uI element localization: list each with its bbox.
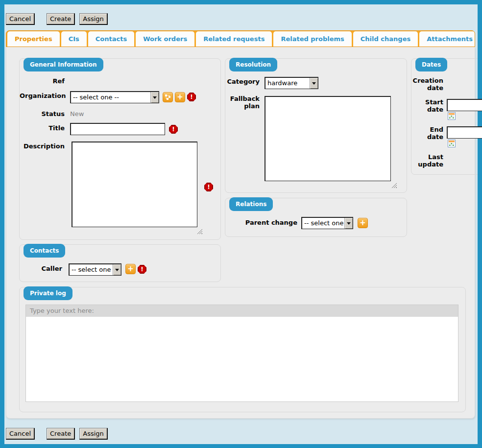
tab-contacts[interactable]: Contacts — [88, 31, 134, 47]
change-creation-form: { "colors": { "frame": "#2193c2", "page_… — [0, 0, 482, 448]
dropdown-arrow-icon[interactable] — [150, 92, 159, 103]
tab-cis[interactable]: CIs — [61, 31, 87, 47]
private-log-section: Private log Type your text here: — [19, 287, 466, 412]
fallback-plan-label: Fallback plan — [225, 95, 260, 110]
window-frame — [0, 0, 4, 448]
organization-select-value: -- select one -- — [71, 92, 150, 103]
status-value: New — [70, 110, 84, 118]
end-date-input[interactable] — [447, 126, 482, 139]
description-textarea[interactable] — [72, 141, 197, 227]
description-resize-grip[interactable] — [197, 229, 202, 234]
ref-label: Ref — [20, 77, 65, 85]
tab-attachments[interactable]: Attachments — [419, 31, 475, 47]
dates-section: Dates Creation date Start date End date — [411, 58, 482, 175]
private-log-input[interactable]: Type your text here: — [25, 305, 458, 402]
parent-change-select[interactable]: -- select one -- — [301, 217, 353, 229]
title-label: Title — [20, 124, 65, 132]
parent-change-select-value: -- select one -- — [302, 218, 344, 229]
tab-related-requests[interactable]: Related requests — [196, 31, 272, 47]
plus-icon: + — [127, 265, 134, 273]
caller-label: Caller — [20, 265, 62, 272]
organization-hierarchy-button[interactable] — [163, 92, 173, 102]
title-input[interactable] — [70, 123, 165, 135]
general-information-section: General Information Ref Organization -- … — [19, 58, 221, 240]
description-error-icon: ! — [204, 183, 213, 191]
creation-date-label: Creation date — [411, 77, 443, 92]
tab-related-problems[interactable]: Related problems — [273, 31, 351, 47]
cancel-button[interactable]: Cancel — [6, 428, 35, 440]
status-label: Status — [20, 110, 65, 118]
tab-bar: Properties CIs Contacts Work orders Rela… — [6, 30, 475, 47]
start-date-label: Start date — [411, 98, 443, 113]
last-update-label: Last update — [411, 153, 443, 168]
resolution-section: Resolution Category hardware Fallback pl… — [225, 58, 407, 193]
category-select-value: hardware — [265, 78, 310, 89]
plus-icon: + — [360, 219, 366, 227]
fallback-plan-resize-grip[interactable] — [391, 183, 397, 188]
dropdown-arrow-icon[interactable] — [344, 218, 353, 229]
start-date-input[interactable] — [447, 99, 482, 111]
description-label: Description — [20, 142, 65, 150]
end-date-calendar-icon[interactable] — [448, 140, 456, 147]
category-select[interactable]: hardware — [265, 77, 318, 89]
tab-work-orders[interactable]: Work orders — [136, 31, 194, 47]
category-label: Category — [225, 78, 260, 85]
parent-change-add-button[interactable]: + — [358, 218, 368, 228]
caller-error-icon: ! — [138, 265, 146, 274]
organization-error-icon: ! — [187, 93, 196, 101]
parent-change-label: Parent change — [225, 219, 297, 226]
assign-button[interactable]: Assign — [79, 13, 108, 25]
window-frame — [0, 0, 482, 4]
organization-label: Organization — [20, 92, 65, 99]
organization-add-button[interactable]: + — [175, 92, 185, 102]
private-log-placeholder[interactable]: Type your text here: — [26, 305, 458, 317]
resolution-legend: Resolution — [229, 58, 277, 71]
dropdown-arrow-icon[interactable] — [310, 78, 318, 89]
title-error-icon: ! — [169, 125, 178, 134]
assign-button[interactable]: Assign — [79, 428, 108, 440]
contacts-section: Contacts Caller -- select one -- + ! — [19, 244, 221, 282]
organization-select[interactable]: -- select one -- — [70, 91, 159, 103]
create-button[interactable]: Create — [47, 13, 75, 25]
tab-child-changes[interactable]: Child changes — [353, 31, 418, 47]
private-log-body[interactable] — [26, 317, 458, 401]
private-log-legend: Private log — [24, 286, 72, 300]
general-information-legend: General Information — [24, 58, 103, 71]
relations-section: Relations Parent change -- select one --… — [225, 198, 407, 237]
caller-add-button[interactable]: + — [125, 264, 136, 274]
bottom-toolbar: Cancel Create Assign — [6, 428, 108, 440]
tab-content-panel: General Information Ref Organization -- … — [6, 47, 475, 419]
start-date-calendar-icon[interactable] — [448, 112, 456, 120]
hierarchy-icon — [165, 94, 171, 100]
relations-legend: Relations — [229, 197, 273, 211]
plus-icon: + — [177, 94, 183, 101]
end-date-label: End date — [411, 126, 443, 141]
window-frame — [478, 0, 482, 448]
dropdown-arrow-icon[interactable] — [113, 264, 121, 275]
caller-select-value: -- select one -- — [70, 264, 113, 275]
window-frame — [0, 444, 482, 448]
tab-properties[interactable]: Properties — [7, 31, 60, 47]
create-button[interactable]: Create — [47, 428, 75, 440]
contacts-legend: Contacts — [24, 244, 65, 258]
caller-select[interactable]: -- select one -- — [69, 263, 121, 276]
dates-legend: Dates — [415, 58, 447, 71]
fallback-plan-textarea[interactable] — [265, 96, 391, 181]
top-toolbar: Cancel Create Assign — [6, 13, 108, 25]
cancel-button[interactable]: Cancel — [6, 13, 35, 25]
